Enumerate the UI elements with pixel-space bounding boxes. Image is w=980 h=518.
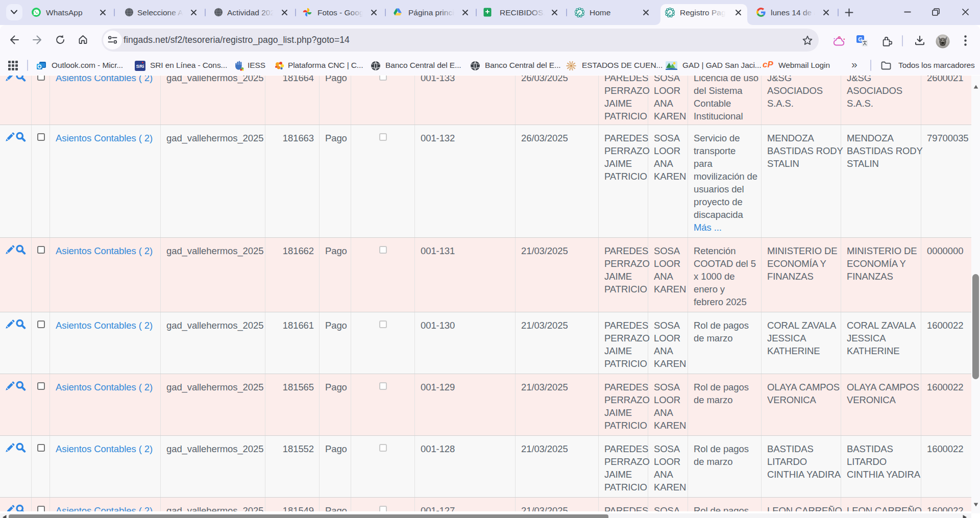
svg-text:G: G (858, 36, 863, 42)
